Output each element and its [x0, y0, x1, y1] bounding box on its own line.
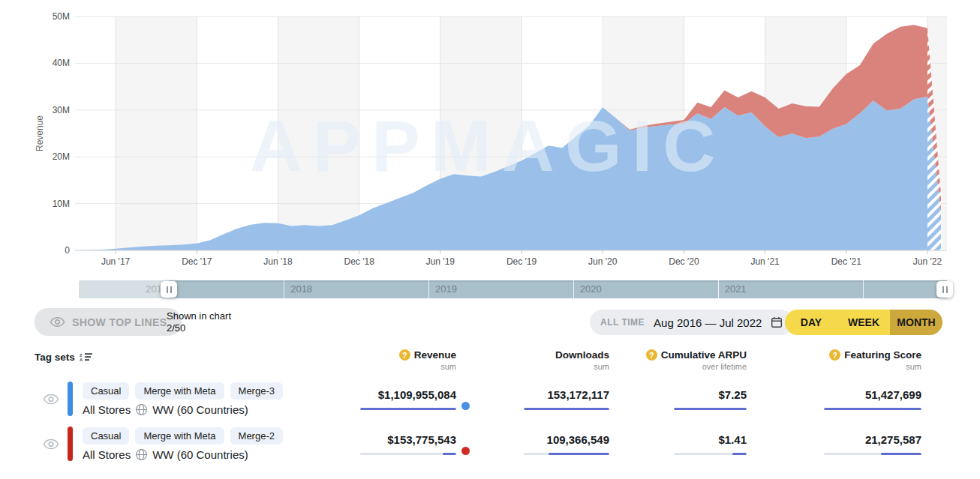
series-color-bar [68, 382, 73, 416]
chart-band [116, 16, 197, 250]
shown-in-chart-count: 2/50 [167, 322, 231, 334]
scrubber-year-label: 2020 [580, 283, 602, 295]
tag-pill[interactable]: Merge-2 [230, 427, 283, 445]
visibility-toggle[interactable] [35, 439, 68, 450]
globe-icon [135, 448, 148, 461]
tag-set-cell: CasualMerge with MetaMerge-2 All Stores … [83, 427, 353, 461]
eye-icon [50, 316, 65, 328]
scrubber-selected-range[interactable] [169, 280, 947, 298]
all-time-label: ALL TIME [600, 317, 645, 328]
column-title: Cumulative ARPU [661, 349, 747, 361]
tag-pill[interactable]: Merge with Meta [135, 427, 224, 445]
magnitude-bar [824, 453, 921, 455]
granularity-month-button[interactable]: MONTH [890, 310, 942, 335]
granularity-week-button[interactable]: WEEK [837, 310, 890, 335]
downloads-cell: 153,172,117 [480, 388, 609, 410]
y-tick-label: 20M [53, 151, 70, 162]
scrubber-year-label: 2021 [725, 283, 747, 295]
y-tick-label: 50M [53, 11, 70, 22]
y-tick-label: 0 [65, 245, 70, 256]
magnitude-bar [524, 408, 609, 410]
tag-pill[interactable]: Merge with Meta [135, 382, 224, 400]
arpu-value: $1.41 [718, 433, 747, 447]
tag-set-cell: CasualMerge with MetaMerge-3 All Stores … [83, 382, 353, 416]
store-label: All Stores [83, 403, 131, 416]
sort-icon[interactable]: Z A [80, 352, 92, 362]
store-line: All Stores WW (60 Countries) [83, 403, 353, 416]
y-axis-title: Revenue [35, 115, 45, 151]
arpu-cell: $7.25 [609, 388, 747, 410]
x-tick-label: Jun '19 [426, 256, 455, 267]
show-top-lines-button[interactable]: SHOW TOP LINES [35, 308, 182, 336]
store-label: All Stores [83, 448, 131, 461]
visibility-toggle[interactable] [35, 394, 68, 405]
x-tick-label: Dec '21 [831, 256, 862, 267]
shown-in-chart: Shown in chart 2/50 [167, 310, 231, 334]
y-tick-label: 10M [53, 199, 70, 209]
granularity-day-button[interactable]: DAY [785, 310, 837, 335]
scrubber-handle[interactable] [161, 281, 177, 298]
scrubber-handle[interactable] [936, 281, 953, 298]
magnitude-bar [674, 408, 747, 410]
magnitude-bar [824, 408, 921, 410]
tag-sets-label: Tag sets [35, 352, 75, 363]
column-title: Revenue [414, 349, 456, 361]
globe-icon [135, 403, 148, 416]
help-icon[interactable]: ? [829, 349, 840, 361]
column-header-revenue[interactable]: ? Revenue sum [353, 349, 456, 371]
date-range-picker[interactable]: ALL TIME Aug 2016 — Jul 2022 [590, 310, 793, 335]
x-tick-label: Jun '21 [750, 256, 780, 267]
column-title: Featuring Score [844, 349, 921, 361]
eye-icon [43, 394, 59, 405]
tag-pill[interactable]: Casual [83, 382, 129, 400]
revenue-cell: $1,109,955,084 [353, 388, 456, 410]
featuring-score-value: 51,427,699 [865, 388, 921, 402]
appmagic-watermark: APPMAGIC [250, 105, 726, 187]
x-tick-label: Jun '18 [263, 256, 293, 267]
eye-icon [43, 439, 59, 450]
region-label: WW (60 Countries) [152, 448, 248, 461]
column-header-downloads[interactable]: Downloads sum [480, 349, 609, 371]
timeline-scrubber[interactable]: 20172018201920202021 [79, 280, 947, 298]
series-color-bar [68, 427, 73, 461]
region-label: WW (60 Countries) [152, 403, 248, 416]
magnitude-bar [360, 408, 456, 410]
tag-list: CasualMerge with MetaMerge-2 [83, 427, 353, 445]
table-row: CasualMerge with MetaMerge-2 All Stores … [35, 423, 921, 465]
x-tick-label: Jun '22 [913, 256, 942, 267]
calendar-icon [771, 316, 783, 328]
column-title: Downloads [555, 349, 609, 361]
x-tick-label: Dec '19 [507, 256, 537, 267]
x-tick-label: Dec '18 [344, 256, 375, 267]
x-tick-label: Dec '20 [669, 256, 699, 267]
metrics-table-body: CasualMerge with MetaMerge-3 All Stores … [0, 378, 921, 468]
date-range-value: Aug 2016 — Jul 2022 [654, 316, 762, 329]
revenue-cell: $153,775,543 [353, 433, 456, 455]
help-icon[interactable]: ? [399, 349, 410, 361]
scrubber-year-divider [428, 280, 429, 298]
help-icon[interactable]: ? [646, 349, 657, 361]
metrics-table-header: Tag sets Z A ? Revenue sum Downloads sum… [35, 349, 921, 371]
magnitude-bar [674, 453, 747, 455]
downloads-cell: 109,366,549 [480, 433, 609, 455]
column-subtitle: sum [906, 362, 921, 371]
column-subtitle: sum [440, 362, 456, 371]
column-header-arpu[interactable]: ? Cumulative ARPU over lifetime [609, 349, 747, 371]
downloads-value: 153,172,117 [547, 388, 609, 402]
granularity-switcher: DAY WEEK MONTH [785, 310, 942, 335]
series-dot [461, 402, 470, 410]
tag-pill[interactable]: Casual [83, 427, 129, 445]
scrubber-year-divider [863, 280, 864, 298]
tag-pill[interactable]: Merge-3 [230, 382, 283, 400]
tag-sets-header[interactable]: Tag sets Z A [35, 349, 353, 363]
scrubber-year-label: 2019 [435, 283, 457, 295]
series-dot [461, 447, 470, 455]
x-tick-label: Dec '17 [182, 256, 212, 267]
featuring-score-cell: 51,427,699 [747, 388, 921, 410]
column-header-featuring-score[interactable]: ? Featuring Score sum [747, 349, 921, 371]
revenue-value: $153,775,543 [387, 433, 456, 447]
table-row: CasualMerge with MetaMerge-3 All Stores … [35, 378, 921, 420]
arpu-value: $7.25 [718, 388, 747, 402]
revenue-value: $1,109,955,084 [378, 388, 456, 402]
x-tick-label: Jun '17 [101, 256, 131, 267]
